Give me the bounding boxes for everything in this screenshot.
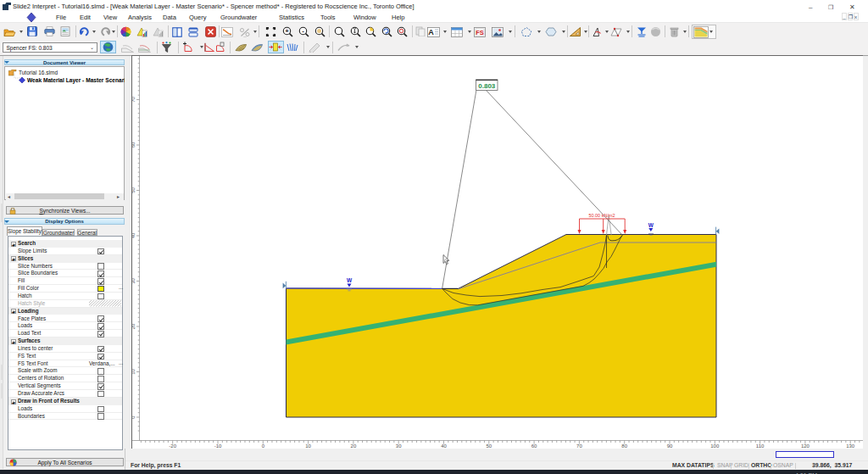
svg-text:W: W [347,277,353,283]
svg-text:-: - [302,27,304,35]
svg-text:50.00 kN/m2: 50.00 kN/m2 [588,213,615,218]
svg-text:A: A [428,28,434,36]
svg-text:W: W [648,222,654,228]
svg-text:0.803: 0.803 [478,82,496,90]
svg-text:FS: FS [476,29,484,36]
svg-text:+: + [285,28,288,34]
